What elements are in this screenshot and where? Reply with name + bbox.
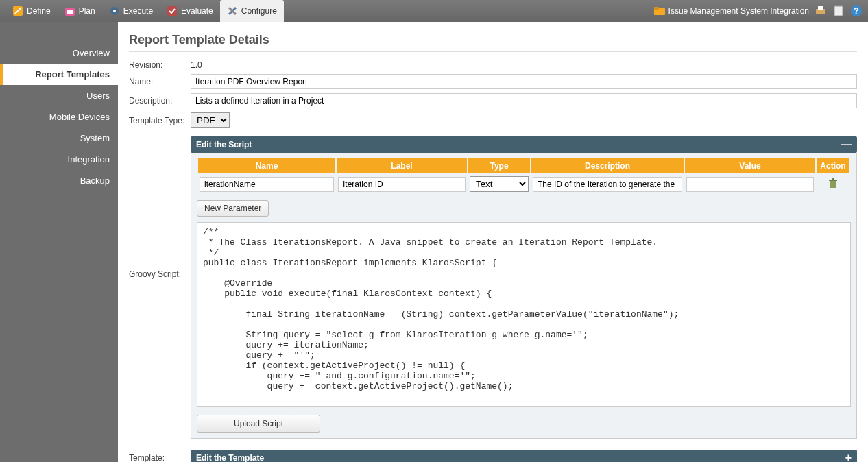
param-label-input[interactable] [338, 177, 466, 192]
page-title: Report Template Details [129, 33, 857, 52]
template-panel-header[interactable]: Edit the Template + [191, 450, 857, 462]
sidebar-item-users[interactable]: Users [0, 85, 118, 106]
svg-rect-9 [818, 6, 823, 10]
col-value: Value [685, 158, 815, 173]
svg-rect-7 [654, 7, 659, 10]
description-input[interactable] [191, 93, 857, 108]
nav-configure[interactable]: Configure [220, 0, 284, 22]
param-type-select[interactable]: Text [470, 176, 529, 192]
folder-icon [654, 6, 665, 16]
nav-label: Configure [241, 6, 277, 16]
col-type: Type [468, 158, 530, 173]
param-value-input[interactable] [686, 177, 814, 192]
topbar: Define Plan Execute Evaluate Configure I… [0, 0, 868, 22]
param-name-input[interactable] [200, 177, 334, 192]
print-icon[interactable] [815, 5, 827, 17]
issue-mgmt-link[interactable]: Issue Management System Integration [654, 6, 809, 16]
trash-icon[interactable] [828, 178, 839, 189]
svg-text:?: ? [854, 6, 858, 16]
col-label: Label [337, 158, 467, 173]
nav-label: Evaluate [181, 6, 213, 16]
collapse-icon[interactable]: — [841, 141, 852, 148]
script-panel-header[interactable]: Edit the Script — [191, 136, 857, 153]
sidebar-item-mobile-devices[interactable]: Mobile Devices [0, 106, 118, 127]
nav-label: Define [27, 6, 51, 16]
check-icon [167, 5, 178, 16]
nav-label: Execute [123, 6, 153, 16]
svg-rect-5 [167, 6, 177, 16]
template-panel-title: Edit the Template [196, 453, 264, 462]
new-parameter-button[interactable]: New Parameter [197, 200, 269, 217]
sidebar-item-overview[interactable]: Overview [0, 42, 118, 64]
nav-execute[interactable]: Execute [102, 0, 160, 22]
sidebar-item-system[interactable]: System [0, 127, 118, 149]
script-textarea[interactable] [197, 222, 851, 407]
template-label: Template: [129, 453, 191, 462]
expand-icon[interactable]: + [845, 454, 852, 461]
sidebar-item-report-templates[interactable]: Report Templates [0, 64, 118, 85]
groovy-label: Groovy Script: [129, 132, 191, 279]
col-action: Action [817, 158, 849, 173]
sidebar-item-integration[interactable]: Integration [0, 149, 118, 170]
template-type-select[interactable]: PDF [191, 112, 230, 128]
nav-label: Plan [79, 6, 95, 16]
script-panel-title: Edit the Script [196, 140, 252, 149]
svg-rect-13 [830, 181, 836, 188]
svg-point-4 [113, 10, 116, 12]
col-description: Description [531, 158, 684, 173]
page-icon[interactable] [832, 5, 845, 17]
upload-script-button[interactable]: Upload Script [197, 415, 320, 433]
svg-rect-15 [832, 178, 834, 180]
revision-value: 1.0 [191, 60, 202, 70]
gear-icon [109, 5, 120, 16]
sidebar-item-backup[interactable]: Backup [0, 170, 118, 191]
tools-icon [227, 5, 238, 16]
nav-define[interactable]: Define [5, 0, 58, 22]
template-type-label: Template Type: [129, 116, 191, 125]
svg-rect-8 [816, 9, 825, 14]
params-table: Name Label Type Description Value Action [197, 158, 851, 195]
sidebar: Overview Report Templates Users Mobile D… [0, 22, 118, 462]
svg-rect-2 [67, 10, 73, 14]
name-input[interactable] [191, 74, 857, 89]
svg-rect-10 [834, 6, 843, 16]
calendar-icon [64, 5, 75, 16]
nav-evaluate[interactable]: Evaluate [160, 0, 220, 22]
nav-plan[interactable]: Plan [58, 0, 102, 22]
content: Report Template Details Revision: 1.0 Na… [118, 22, 868, 462]
pencil-icon [12, 5, 23, 16]
revision-label: Revision: [129, 60, 191, 70]
param-row: Text [198, 173, 849, 195]
description-label: Description: [129, 96, 191, 106]
svg-rect-14 [829, 180, 837, 181]
col-name: Name [198, 158, 335, 173]
name-label: Name: [129, 77, 191, 86]
param-desc-input[interactable] [533, 177, 682, 192]
help-icon[interactable]: ? [850, 5, 863, 17]
